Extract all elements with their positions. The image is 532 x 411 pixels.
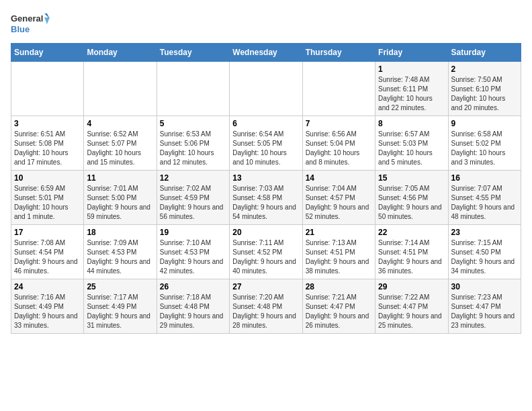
calendar-cell: 11Sunrise: 7:01 AM Sunset: 5:00 PM Dayli…: [84, 171, 157, 225]
calendar-cell: 13Sunrise: 7:03 AM Sunset: 4:58 PM Dayli…: [230, 171, 302, 225]
calendar-cell: 26Sunrise: 7:18 AM Sunset: 4:48 PM Dayli…: [157, 279, 229, 334]
calendar-cell: [157, 62, 229, 116]
day-info: Sunrise: 7:13 AM Sunset: 4:51 PM Dayligh…: [306, 238, 372, 276]
day-number: 18: [87, 228, 153, 237]
calendar-week-3: 10Sunrise: 6:59 AM Sunset: 5:01 PM Dayli…: [11, 171, 521, 225]
day-info: Sunrise: 7:08 AM Sunset: 4:54 PM Dayligh…: [14, 238, 81, 276]
day-info: Sunrise: 7:14 AM Sunset: 4:51 PM Dayligh…: [378, 238, 445, 276]
day-number: 6: [232, 119, 299, 128]
calendar-cell: 5Sunrise: 6:53 AM Sunset: 5:06 PM Daylig…: [157, 116, 229, 171]
calendar-cell: 19Sunrise: 7:10 AM Sunset: 4:53 PM Dayli…: [157, 225, 229, 279]
day-info: Sunrise: 6:53 AM Sunset: 5:06 PM Dayligh…: [160, 130, 226, 167]
day-number: 16: [451, 173, 518, 183]
day-info: Sunrise: 7:21 AM Sunset: 4:47 PM Dayligh…: [306, 293, 372, 330]
calendar-table: SundayMondayTuesdayWednesdayThursdayFrid…: [11, 43, 521, 334]
calendar-cell: 30Sunrise: 7:23 AM Sunset: 4:47 PM Dayli…: [448, 279, 521, 334]
calendar-cell: 28Sunrise: 7:21 AM Sunset: 4:47 PM Dayli…: [302, 279, 375, 334]
day-info: Sunrise: 7:48 AM Sunset: 6:11 PM Dayligh…: [378, 75, 445, 113]
col-header-wednesday: Wednesday: [230, 44, 302, 62]
calendar-cell: 23Sunrise: 7:15 AM Sunset: 4:50 PM Dayli…: [448, 225, 521, 279]
day-number: 20: [232, 228, 299, 237]
col-header-saturday: Saturday: [448, 44, 521, 62]
calendar-cell: 24Sunrise: 7:16 AM Sunset: 4:49 PM Dayli…: [11, 279, 84, 334]
col-header-monday: Monday: [84, 44, 157, 62]
calendar-cell: 27Sunrise: 7:20 AM Sunset: 4:48 PM Dayli…: [230, 279, 302, 334]
calendar-cell: 8Sunrise: 6:57 AM Sunset: 5:03 PM Daylig…: [375, 116, 448, 171]
calendar-cell: [11, 62, 84, 116]
calendar-cell: 7Sunrise: 6:56 AM Sunset: 5:04 PM Daylig…: [302, 116, 375, 171]
calendar-cell: 4Sunrise: 6:52 AM Sunset: 5:07 PM Daylig…: [84, 116, 157, 171]
day-info: Sunrise: 7:17 AM Sunset: 4:49 PM Dayligh…: [87, 293, 153, 330]
day-info: Sunrise: 7:11 AM Sunset: 4:52 PM Dayligh…: [232, 238, 299, 276]
day-info: Sunrise: 7:05 AM Sunset: 4:56 PM Dayligh…: [378, 184, 445, 222]
day-info: Sunrise: 6:57 AM Sunset: 5:03 PM Dayligh…: [378, 130, 445, 167]
day-info: Sunrise: 7:01 AM Sunset: 5:00 PM Dayligh…: [87, 184, 153, 222]
calendar-cell: [84, 62, 157, 116]
day-number: 7: [306, 119, 372, 128]
day-number: 26: [160, 282, 226, 291]
calendar-cell: 17Sunrise: 7:08 AM Sunset: 4:54 PM Dayli…: [11, 225, 84, 279]
calendar-cell: [230, 62, 302, 116]
calendar-cell: 12Sunrise: 7:02 AM Sunset: 4:59 PM Dayli…: [157, 171, 229, 225]
calendar-cell: 15Sunrise: 7:05 AM Sunset: 4:56 PM Dayli…: [375, 171, 448, 225]
calendar-cell: 10Sunrise: 6:59 AM Sunset: 5:01 PM Dayli…: [11, 171, 84, 225]
day-info: Sunrise: 6:51 AM Sunset: 5:08 PM Dayligh…: [14, 130, 81, 167]
day-number: 23: [451, 228, 518, 237]
calendar-cell: 6Sunrise: 6:54 AM Sunset: 5:05 PM Daylig…: [230, 116, 302, 171]
calendar-cell: 18Sunrise: 7:09 AM Sunset: 4:53 PM Dayli…: [84, 225, 157, 279]
day-info: Sunrise: 7:16 AM Sunset: 4:49 PM Dayligh…: [14, 293, 81, 330]
day-number: 21: [306, 228, 372, 237]
day-number: 29: [378, 282, 445, 291]
svg-text:General: General: [11, 13, 43, 24]
calendar-week-5: 24Sunrise: 7:16 AM Sunset: 4:49 PM Dayli…: [11, 279, 521, 334]
day-info: Sunrise: 6:54 AM Sunset: 5:05 PM Dayligh…: [232, 130, 299, 167]
day-info: Sunrise: 7:23 AM Sunset: 4:47 PM Dayligh…: [451, 293, 518, 330]
calendar-week-1: 1Sunrise: 7:48 AM Sunset: 6:11 PM Daylig…: [11, 62, 521, 116]
day-number: 13: [232, 173, 299, 183]
day-number: 8: [378, 119, 445, 128]
day-info: Sunrise: 7:02 AM Sunset: 4:59 PM Dayligh…: [160, 184, 226, 222]
day-number: 9: [451, 119, 518, 128]
calendar-cell: 9Sunrise: 6:58 AM Sunset: 5:02 PM Daylig…: [448, 116, 521, 171]
svg-marker-3: [44, 17, 50, 24]
day-number: 25: [87, 282, 153, 291]
calendar-header-row: SundayMondayTuesdayWednesdayThursdayFrid…: [11, 44, 521, 62]
day-number: 15: [378, 173, 445, 183]
day-info: Sunrise: 6:58 AM Sunset: 5:02 PM Dayligh…: [451, 130, 518, 167]
col-header-tuesday: Tuesday: [157, 44, 229, 62]
day-info: Sunrise: 7:15 AM Sunset: 4:50 PM Dayligh…: [451, 238, 518, 276]
day-number: 5: [160, 119, 226, 128]
calendar-cell: 25Sunrise: 7:17 AM Sunset: 4:49 PM Dayli…: [84, 279, 157, 334]
logo-svg: General Blue: [11, 11, 51, 38]
day-number: 2: [451, 64, 518, 74]
logo: General Blue: [11, 11, 51, 38]
day-number: 10: [14, 173, 81, 183]
day-number: 4: [87, 119, 153, 128]
day-info: Sunrise: 6:52 AM Sunset: 5:07 PM Dayligh…: [87, 130, 153, 167]
calendar-cell: 29Sunrise: 7:22 AM Sunset: 4:47 PM Dayli…: [375, 279, 448, 334]
col-header-friday: Friday: [375, 44, 448, 62]
day-info: Sunrise: 6:56 AM Sunset: 5:04 PM Dayligh…: [306, 130, 372, 167]
page-header: General Blue: [11, 11, 521, 38]
calendar-cell: 16Sunrise: 7:07 AM Sunset: 4:55 PM Dayli…: [448, 171, 521, 225]
day-number: 28: [306, 282, 372, 291]
calendar-cell: 21Sunrise: 7:13 AM Sunset: 4:51 PM Dayli…: [302, 225, 375, 279]
calendar-cell: 1Sunrise: 7:48 AM Sunset: 6:11 PM Daylig…: [375, 62, 448, 116]
day-number: 19: [160, 228, 226, 237]
calendar-cell: 14Sunrise: 7:04 AM Sunset: 4:57 PM Dayli…: [302, 171, 375, 225]
day-info: Sunrise: 7:50 AM Sunset: 6:10 PM Dayligh…: [451, 75, 518, 113]
day-number: 3: [14, 119, 81, 128]
day-number: 22: [378, 228, 445, 237]
day-number: 11: [87, 173, 153, 183]
calendar-week-2: 3Sunrise: 6:51 AM Sunset: 5:08 PM Daylig…: [11, 116, 521, 171]
day-info: Sunrise: 7:20 AM Sunset: 4:48 PM Dayligh…: [232, 293, 299, 330]
day-info: Sunrise: 7:22 AM Sunset: 4:47 PM Dayligh…: [378, 293, 445, 330]
day-info: Sunrise: 7:10 AM Sunset: 4:53 PM Dayligh…: [160, 238, 226, 276]
day-number: 1: [378, 64, 445, 74]
day-number: 30: [451, 282, 518, 291]
day-info: Sunrise: 7:09 AM Sunset: 4:53 PM Dayligh…: [87, 238, 153, 276]
day-info: Sunrise: 6:59 AM Sunset: 5:01 PM Dayligh…: [14, 184, 81, 222]
day-number: 17: [14, 228, 81, 237]
calendar-cell: 22Sunrise: 7:14 AM Sunset: 4:51 PM Dayli…: [375, 225, 448, 279]
calendar-cell: 20Sunrise: 7:11 AM Sunset: 4:52 PM Dayli…: [230, 225, 302, 279]
